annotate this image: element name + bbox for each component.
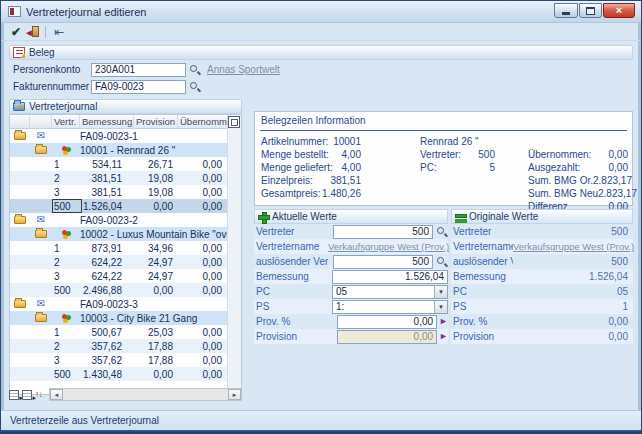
cell-vertr[interactable]: 500: [52, 283, 80, 297]
vertreter-input[interactable]: 500: [333, 225, 433, 239]
vertretername-link[interactable]: Verkaufsgruppe West (Prov.): [513, 241, 634, 252]
col-vertr[interactable]: Vertr.: [52, 115, 80, 128]
cell-vertr[interactable]: 500: [52, 367, 80, 381]
folder-icon[interactable]: [35, 146, 47, 154]
vertretername-link[interactable]: Verkaufsgruppe West (Prov.): [328, 241, 449, 252]
pc-value: 05: [333, 286, 347, 297]
info-label: PC:: [420, 162, 437, 173]
apply-arrow-icon[interactable]: ►: [439, 317, 448, 326]
info-value: 381,51: [330, 175, 361, 186]
article-row[interactable]: 10003 - City Bike 21 Gang: [10, 311, 228, 325]
originale-werte-title: Originale Werte: [469, 211, 538, 222]
search-icon[interactable]: [188, 63, 201, 76]
journal-line-row[interactable]: 3 624,22 24,97 0,00: [10, 269, 228, 283]
cell-vertr[interactable]: 2: [52, 171, 80, 185]
ps-select[interactable]: 1:▼: [332, 300, 448, 314]
invoice-row[interactable]: ✉ FA09-0023-1: [10, 129, 228, 143]
minimize-button[interactable]: [554, 3, 578, 18]
prov-label: Prov. %: [256, 316, 328, 327]
chevron-down-icon[interactable]: ▼: [434, 286, 447, 298]
horizontal-scrollbar[interactable]: ◄ ►: [49, 388, 242, 401]
col-uebernommen[interactable]: Übernommen: [178, 115, 228, 128]
journal-line-row-selected[interactable]: 500 1.526,04 0,00 0,00: [10, 199, 228, 213]
search-icon[interactable]: [435, 225, 448, 238]
journal-line-row[interactable]: 2 381,51 19,08 0,00: [10, 171, 228, 185]
envelope-icon: ✉: [37, 131, 45, 141]
journal-title: Vertreterjournal: [29, 101, 97, 112]
ps-value: 1:: [333, 301, 344, 312]
provision-label: Provision: [453, 331, 513, 342]
folder-icon[interactable]: [35, 230, 47, 238]
exit-button[interactable]: ◄: [24, 24, 40, 40]
cell-bemessung: 357,62: [80, 341, 134, 352]
invoice-row[interactable]: ✉ FA09-0023-2: [10, 213, 228, 227]
journal-line-row[interactable]: 2 357,62 17,88 0,00: [10, 339, 228, 353]
titlebar[interactable]: Vertreterjournal editieren ×: [1, 1, 641, 23]
minimize-icon: [562, 12, 570, 15]
cell-vertr-focused[interactable]: 500: [52, 199, 82, 213]
journal-line-row[interactable]: 3 381,51 19,08 0,00: [10, 185, 228, 199]
col-provision[interactable]: Provision: [134, 115, 178, 128]
first-column-icon: ⇤: [54, 25, 64, 39]
cell-vertr[interactable]: 2: [52, 255, 80, 269]
ausloesender-vertreter-input[interactable]: 500: [333, 255, 433, 269]
folder-icon[interactable]: [14, 300, 26, 308]
search-icon[interactable]: [188, 80, 201, 93]
cell-vertr[interactable]: 1: [52, 157, 80, 171]
export-grid-icon[interactable]: [9, 390, 19, 400]
go-first-button[interactable]: ⇤: [51, 24, 67, 40]
personenkonto-link[interactable]: Annas Sportwelt: [207, 64, 280, 75]
article-row[interactable]: 10001 - Rennrad 26 ": [10, 143, 228, 157]
cell-vertr[interactable]: 1: [52, 325, 80, 339]
table-layout-button[interactable]: [228, 116, 240, 128]
cell-vertr[interactable]: 3: [52, 269, 80, 283]
journal-line-row[interactable]: 3 357,62 17,88 0,00: [10, 353, 228, 367]
journal-line-row[interactable]: 1 534,11 26,71 0,00: [10, 157, 228, 171]
cell-uebernommen: 0,00: [178, 173, 228, 184]
field-row: PC 05▼: [254, 284, 448, 299]
maximize-button[interactable]: [579, 3, 602, 18]
article-row[interactable]: 10002 - Luxus Mountain Bike "oversized": [10, 227, 228, 241]
journal-line-row[interactable]: 1 873,91 34,96 0,00: [10, 241, 228, 255]
folder-icon[interactable]: [35, 314, 47, 322]
cell-bemessung: 381,51: [80, 173, 134, 184]
apply-arrow-icon[interactable]: ►: [439, 332, 448, 341]
ps-original-value: 1: [513, 301, 633, 312]
col-bemessung[interactable]: Bemessung: [80, 115, 134, 128]
folder-icon[interactable]: [14, 132, 26, 140]
cell-bemessung: 357,62: [80, 355, 134, 366]
chevron-down-icon[interactable]: ▼: [434, 301, 447, 313]
scroll-left-button[interactable]: ◄: [50, 389, 63, 400]
app-window: Vertreterjournal editieren × ✔ ◄ ⇤ Beleg…: [0, 0, 642, 434]
journal-line-row[interactable]: 500 1.430,48 0,00 0,00: [10, 367, 228, 381]
invoice-row[interactable]: ✉ FA09-0023-3: [10, 297, 228, 311]
export-grid-icon[interactable]: [22, 390, 32, 400]
cell-vertr[interactable]: 2: [52, 339, 80, 353]
cell-vertr[interactable]: 3: [52, 185, 80, 199]
prov-percent-input[interactable]: 0,00: [337, 315, 437, 329]
cell-vertr[interactable]: 1: [52, 241, 80, 255]
journal-line-row[interactable]: 2 624,22 24,97 0,00: [10, 255, 228, 269]
journal-line-row[interactable]: 500 2.496,88 0,00 0,00: [10, 283, 228, 297]
toolbar: ✔ ◄ ⇤: [1, 23, 641, 41]
folder-icon[interactable]: [14, 216, 26, 224]
cell-vertr[interactable]: 3: [52, 353, 80, 367]
journal-folder-icon: [13, 102, 25, 111]
bemessung-input[interactable]: 1.526,04: [332, 270, 448, 284]
fakturennummer-input[interactable]: FA09-0023: [91, 80, 186, 94]
table-right-strip: [227, 115, 241, 394]
vertretername-label: Vertretername: [453, 241, 513, 252]
sort-icon[interactable]: ↑↓: [35, 390, 42, 399]
confirm-button[interactable]: ✔: [8, 24, 24, 40]
cell-provision: 19,08: [134, 187, 178, 198]
pc-select[interactable]: 05▼: [332, 285, 448, 299]
close-button[interactable]: ×: [603, 3, 635, 18]
info-title: Belegzeilen Information: [261, 115, 366, 126]
personenkonto-input[interactable]: 230A001: [91, 63, 186, 77]
scroll-right-button[interactable]: ►: [228, 389, 241, 400]
journal-line-row[interactable]: 1 500,67 25,03 0,00: [10, 325, 228, 339]
cell-provision: 34,96: [134, 243, 178, 254]
search-icon[interactable]: [435, 255, 448, 268]
vertreter-label: Vertreter: [453, 226, 513, 237]
cell-uebernommen: 0,00: [178, 159, 228, 170]
